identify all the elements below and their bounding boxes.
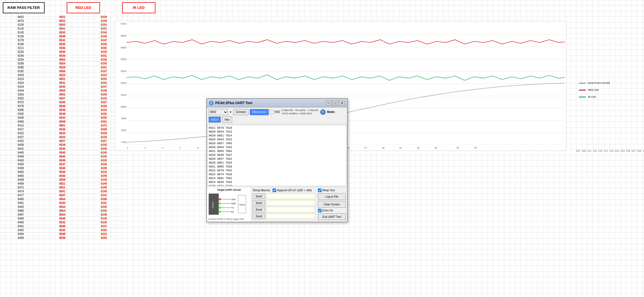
raw-cell: 8492 bbox=[0, 228, 42, 232]
raw-cell: 8120 bbox=[0, 27, 42, 31]
red-cell: 8545 bbox=[42, 147, 83, 151]
send-button-1[interactable]: Send bbox=[253, 193, 265, 199]
raw-legend-swatch bbox=[579, 83, 586, 84]
raw-cell: 8468 bbox=[0, 178, 42, 182]
exit-uart-tool-button[interactable]: Exit UART Tool bbox=[318, 213, 346, 220]
red-cell: 8557 bbox=[42, 139, 83, 143]
maximize-button[interactable]: □ bbox=[332, 100, 338, 105]
raw-cell: 8370 bbox=[0, 100, 42, 104]
append-crlf-checkbox[interactable] bbox=[273, 188, 276, 192]
red-cell: 8550 bbox=[42, 89, 83, 93]
raw-cell: 8053 bbox=[0, 15, 42, 19]
raw-cell: 8494 bbox=[0, 232, 42, 236]
red-cell: 8550 bbox=[42, 170, 83, 174]
raw-cell: 8303 bbox=[0, 73, 42, 77]
ascii-mode-button[interactable]: ASCII bbox=[209, 117, 221, 123]
macro-input-2[interactable] bbox=[266, 200, 315, 206]
append-crlf-label[interactable]: Append CR+LF (x0D + x0A) bbox=[273, 188, 312, 192]
right-legend: RAW PASS FILTER RED LED IR LED bbox=[575, 78, 644, 297]
raw-cell: 8449 bbox=[0, 155, 42, 159]
legend-red: RED LED bbox=[579, 89, 640, 91]
macro-input-3[interactable] bbox=[266, 207, 315, 212]
vdd-checkbox-label[interactable]: VDD bbox=[270, 110, 280, 114]
close-button[interactable]: ✕ bbox=[339, 100, 345, 105]
ir-cell: 8245 bbox=[83, 155, 125, 159]
raw-cell: 8483 bbox=[0, 205, 42, 209]
ir-cell: 8228 bbox=[83, 162, 125, 166]
ir-led-label: IR LED bbox=[122, 2, 155, 13]
red-cell: 8543 bbox=[42, 116, 83, 120]
ir-cell: 8249 bbox=[83, 166, 125, 170]
ir-cell: 8249 bbox=[83, 217, 125, 221]
red-cell: 8557 bbox=[42, 97, 83, 100]
data-row: 8020 8053 7932 bbox=[209, 146, 345, 149]
data-row: 8021 8065 7918 bbox=[209, 165, 345, 169]
data-row: 8021 8065 7901 bbox=[209, 149, 345, 153]
raw-cell: 8159 bbox=[0, 35, 42, 38]
red-cell: 8533 bbox=[42, 19, 83, 23]
raw-cell: 8240 bbox=[0, 54, 42, 58]
red-cell: 8549 bbox=[42, 120, 83, 124]
disconnect-button[interactable]: Disconnect bbox=[250, 109, 268, 115]
red-cell: 8540 bbox=[42, 174, 83, 178]
baud-rate-select[interactable]: 9600 19200 38400 115200 bbox=[209, 109, 228, 115]
red-cell: 8526 bbox=[42, 236, 83, 240]
ir-cell: 8249 bbox=[83, 186, 125, 190]
red-cell: 8534 bbox=[42, 73, 83, 77]
echo-on-label[interactable]: Echo On bbox=[318, 209, 346, 212]
raw-cell: 8432 bbox=[0, 139, 42, 143]
right-buttons: Wrap Text Log to File Clear Screen Echo … bbox=[317, 187, 347, 222]
send-button-2[interactable]: Send bbox=[253, 200, 265, 206]
raw-cell: 8140 bbox=[0, 31, 42, 35]
red-cell: 8539 bbox=[42, 143, 83, 147]
svg-point-16 bbox=[219, 211, 221, 213]
circuit-diagram: Target UART Circuit PICkit 2 VDD GND TX bbox=[207, 187, 251, 222]
dialog-toolbar: 9600 19200 38400 115200 ▼ Connect Discon… bbox=[207, 107, 347, 124]
raw-cell: 8334 bbox=[0, 85, 42, 89]
data-row: 8020 8057 7922 bbox=[209, 157, 345, 161]
ir-cell: 8257 bbox=[83, 224, 125, 228]
red-cell: 8541 bbox=[42, 190, 83, 193]
ir-cell: 8249 bbox=[83, 174, 125, 178]
help-button[interactable]: ? bbox=[320, 109, 326, 115]
red-cell: 8552 bbox=[42, 93, 83, 97]
red-cell: 8554 bbox=[42, 197, 83, 201]
raw-cell: 8477 bbox=[0, 193, 42, 197]
red-cell: 8554 bbox=[42, 213, 83, 217]
red-cell: 8563 bbox=[42, 23, 83, 27]
echo-on-checkbox[interactable] bbox=[318, 209, 322, 212]
macro-input-1[interactable] bbox=[266, 193, 315, 199]
wrap-text-label[interactable]: Wrap Text bbox=[318, 188, 346, 192]
hex-mode-button[interactable]: Hex bbox=[222, 117, 232, 123]
raw-data-column: 8053807681008120814081598178819582118226… bbox=[0, 15, 42, 297]
ir-cell: 8265 bbox=[83, 228, 125, 232]
raw-cell: 8314 bbox=[0, 77, 42, 81]
raw-cell: 8378 bbox=[0, 104, 42, 108]
raw-cell: 8422 bbox=[0, 131, 42, 135]
wrap-text-checkbox[interactable] bbox=[318, 188, 322, 192]
raw-cell: 8487 bbox=[0, 213, 42, 217]
red-cell: 8532 bbox=[42, 221, 83, 224]
red-cell: 8528 bbox=[42, 66, 83, 69]
raw-cell: 8491 bbox=[0, 224, 42, 228]
send-button-3[interactable]: Send bbox=[253, 207, 265, 212]
connect-button[interactable]: Connect bbox=[233, 109, 248, 115]
raw-cell: 8195 bbox=[0, 42, 42, 46]
log-to-file-button[interactable]: Log to File bbox=[318, 193, 346, 200]
clear-screen-button[interactable]: Clear Screen bbox=[318, 201, 346, 208]
raw-cell: 8100 bbox=[0, 23, 42, 27]
dialog-titlebar[interactable]: P PICkit 2Plus UART Tool ─ □ ✕ bbox=[207, 99, 347, 107]
raw-cell: 8472 bbox=[0, 186, 42, 190]
raw-cell: 8362 bbox=[0, 97, 42, 100]
red-cell: 8549 bbox=[42, 159, 83, 162]
red-cell: 8536 bbox=[42, 46, 83, 50]
ir-cell: 8241 bbox=[83, 201, 125, 205]
red-cell: 8549 bbox=[42, 104, 83, 108]
send-button-4[interactable]: Send bbox=[253, 213, 265, 219]
vdd-checkbox[interactable] bbox=[270, 110, 274, 114]
data-display[interactable]: 8021 8078 79188020 8034 79128020 8051 79… bbox=[208, 125, 346, 186]
macro-input-4[interactable] bbox=[266, 213, 315, 219]
raw-cell: 8254 bbox=[0, 58, 42, 62]
red-cell: 8554 bbox=[42, 209, 83, 213]
minimize-button[interactable]: ─ bbox=[325, 100, 332, 105]
